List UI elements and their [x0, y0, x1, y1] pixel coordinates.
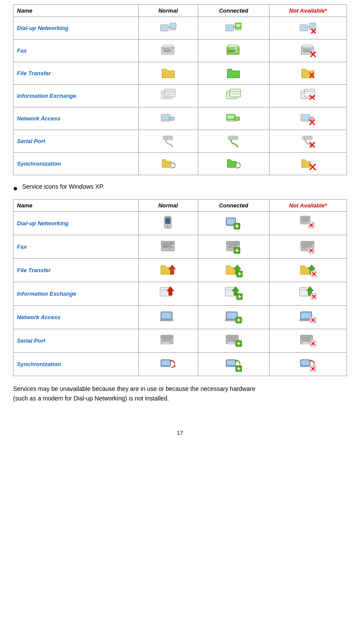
- icon-notavail-xp: [269, 329, 347, 353]
- svg-rect-74: [161, 120, 170, 121]
- svg-rect-40: [309, 47, 312, 49]
- svg-rect-199: [302, 342, 309, 344]
- fax-notavail-icon: [299, 42, 317, 58]
- svg-point-102: [310, 137, 311, 139]
- xp-filetransfer-normal-icon: [159, 261, 177, 278]
- bullet-text: Service icons for Windows XP.: [22, 183, 104, 190]
- svg-rect-8: [227, 26, 233, 30]
- icon-connected: [198, 153, 269, 175]
- svg-rect-11: [236, 24, 240, 27]
- icon-notavail-xp: [269, 282, 347, 306]
- icon-connected-xp: [198, 259, 269, 282]
- filetransfer-normal-icon: [160, 65, 177, 80]
- service-name: Synchronization: [13, 153, 139, 175]
- service-name: Serial Port: [13, 329, 139, 353]
- svg-rect-73: [162, 115, 169, 119]
- svg-rect-34: [228, 50, 235, 51]
- filetransfer-notavail-icon: [299, 65, 317, 80]
- table-row: Synchronization: [13, 353, 347, 376]
- fax-normal-icon: [160, 42, 177, 58]
- dialup-normal-icon: [160, 20, 177, 35]
- icon-normal: [138, 17, 198, 40]
- icon-connected: [198, 40, 269, 62]
- svg-rect-33: [234, 47, 237, 49]
- col-header-name: Name: [13, 5, 139, 17]
- service-name: Dial-up Networking: [13, 17, 139, 40]
- svg-rect-124: [170, 242, 173, 244]
- svg-rect-5: [170, 28, 176, 30]
- svg-point-93: [167, 137, 168, 139]
- icon-connected-xp: [198, 282, 269, 306]
- infoexchange-notavail-icon: [299, 87, 317, 103]
- dialup-connected-icon: [225, 20, 242, 35]
- xp-fax-connected-icon: [224, 238, 243, 254]
- icon-connected-xp: [198, 212, 269, 235]
- svg-point-96: [230, 137, 231, 139]
- table-row: Dial-up Networking: [13, 212, 347, 235]
- icon-connected: [198, 130, 269, 153]
- svg-rect-198: [300, 335, 313, 337]
- table-row: File Transfer: [13, 62, 347, 85]
- xp-serialport-notavail-icon: [299, 332, 317, 348]
- service-name: Fax: [13, 235, 139, 259]
- col-header-notavail: Not Available*: [269, 200, 347, 212]
- icon-notavail: [269, 40, 347, 62]
- xp-filetransfer-connected-icon: [224, 261, 243, 278]
- xp-serialport-normal-icon: [159, 332, 177, 348]
- icon-notavail-xp: [269, 353, 347, 376]
- svg-rect-179: [301, 313, 311, 318]
- col-header-name: Name: [13, 200, 139, 212]
- svg-rect-41: [303, 50, 310, 51]
- icon-connected: [198, 62, 269, 85]
- table-row: Fax: [13, 235, 347, 259]
- svg-line-20: [308, 27, 310, 27]
- col-header-normal: Normal: [138, 5, 198, 17]
- svg-point-82: [236, 117, 238, 120]
- svg-rect-192: [228, 342, 235, 344]
- svg-rect-12: [235, 28, 241, 30]
- icon-normal-xp: [138, 306, 198, 329]
- fax-connected-icon: [225, 42, 242, 58]
- xp-networkaccess-notavail-icon: [299, 308, 317, 325]
- table-row: Fax: [13, 40, 347, 62]
- svg-rect-27: [163, 50, 170, 51]
- table-row: Serial Port: [13, 329, 347, 353]
- service-name: Network Access: [13, 107, 139, 130]
- svg-rect-190: [227, 337, 236, 341]
- svg-point-94: [170, 137, 171, 139]
- xp-fax-notavail-icon: [299, 238, 317, 254]
- service-name: Network Access: [13, 306, 139, 329]
- xp-filetransfer-notavail-icon: [299, 261, 317, 278]
- col-header-notavail: Not Available*: [269, 5, 347, 17]
- svg-rect-35: [228, 51, 235, 52]
- dialup-notavail-icon: [299, 20, 317, 35]
- svg-rect-36: [228, 45, 238, 47]
- svg-point-101: [307, 137, 308, 139]
- icon-notavail: [269, 17, 347, 40]
- icon-normal-xp: [138, 353, 198, 376]
- xp-dialup-notavail-icon: [299, 214, 317, 231]
- svg-rect-112: [227, 219, 235, 224]
- svg-point-92: [164, 137, 166, 139]
- icon-connected: [198, 85, 269, 107]
- svg-line-13: [233, 27, 235, 27]
- icon-normal-xp: [138, 329, 198, 353]
- icon-normal: [138, 153, 198, 175]
- svg-point-98: [235, 137, 237, 139]
- svg-rect-204: [162, 360, 170, 365]
- table-row: Serial Port: [13, 130, 347, 153]
- service-name: Dial-up Networking: [13, 212, 139, 235]
- svg-rect-108: [165, 218, 170, 224]
- xp-infoexchange-connected-icon: [224, 285, 243, 301]
- xp-sync-normal-icon: [159, 355, 177, 372]
- svg-rect-208: [227, 360, 235, 365]
- service-name: File Transfer: [13, 259, 139, 282]
- icon-normal-xp: [138, 282, 198, 306]
- svg-rect-18: [310, 24, 315, 27]
- svg-rect-15: [301, 26, 307, 30]
- svg-rect-187: [163, 342, 170, 344]
- icon-notavail: [269, 130, 347, 153]
- col-header-normal: Normal: [138, 200, 198, 212]
- networkaccess-notavail-icon: [299, 110, 317, 126]
- xp-networkaccess-connected-icon: [224, 308, 243, 325]
